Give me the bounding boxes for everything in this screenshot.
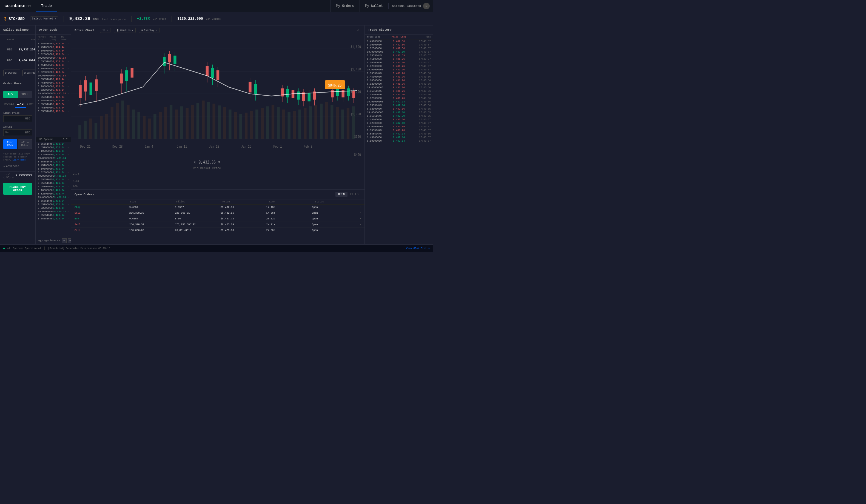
open-order-row: Sell 100,000.00 76,831.8912 $9,429.08 2m… [71, 228, 365, 233]
trade-time: 17:40:56 [409, 104, 431, 107]
bid-row[interactable]: 1.45100000 9,431.54 - [36, 164, 71, 167]
place-order-button[interactable]: PLACE BUY ORDER [3, 183, 32, 195]
bid-row[interactable]: 0.85851645 9,431.04 - [36, 181, 71, 185]
order-price: $9,427.72 [221, 217, 266, 220]
svg-text:Jan 4: Jan 4 [145, 145, 153, 149]
order-filled: 175,250.888192 [175, 223, 221, 226]
bid-row[interactable]: 19.00000000 9,430.64 - [36, 195, 71, 199]
ask-row[interactable]: 1.45100000 9,432.64 - [36, 106, 71, 110]
bid-row[interactable]: 0.85851645 9,429.94 - [36, 217, 71, 221]
bid-row[interactable]: 0.85851645 9,430.54 - [36, 199, 71, 203]
agg-increase-button[interactable]: + [68, 238, 71, 243]
bid-row[interactable]: 0.02000000 9,431.34 - [36, 171, 71, 174]
chart-candles-control[interactable]: ▐▌ Candles ▾ [114, 28, 136, 33]
cancel-order-button[interactable]: × [360, 212, 361, 214]
price-currency: USD [93, 18, 99, 21]
bid-row[interactable]: 1.45100000 9,430.94 - [36, 185, 71, 189]
maker-note: Your order will only execute as a maker … [0, 151, 35, 163]
bid-row[interactable]: 0.02000000 9,430.34 - [36, 206, 71, 210]
aggregation-controls: − + [62, 238, 71, 243]
bid-row[interactable]: 0.10000000 9,431.94 - [36, 149, 71, 153]
ask-row[interactable]: 19.00000000 9,433.54 - [36, 74, 71, 78]
ask-row[interactable]: 0.10000000 9,433.74 - [36, 67, 71, 70]
svg-rect-73 [120, 74, 122, 83]
cancel-order-button[interactable]: × [360, 229, 361, 232]
ask-row[interactable]: 0.10000000 9,434.34 - [36, 49, 71, 53]
ask-row[interactable]: 1.45100000 9,433.94 - [36, 63, 71, 67]
chart-overlay-control[interactable]: ≋ Overlay ▾ [139, 28, 159, 33]
chart-interval-control[interactable]: 1M ▾ [100, 28, 110, 33]
ask-row[interactable]: 1.45100000 9,434.44 - [36, 45, 71, 49]
bid-row[interactable]: 0.02000000 9,430.74 - [36, 192, 71, 195]
buy-tab[interactable]: BUY [3, 91, 18, 98]
trade-price: 9,432.36 [388, 47, 410, 50]
fills-tab[interactable]: FILLS [347, 192, 361, 197]
allow-maker-button[interactable]: Allow Maker [18, 139, 32, 149]
ask-row[interactable]: 0.85851645 9,432.94 - [36, 95, 71, 99]
ask-row[interactable]: 0.85851645 9,434.54 - [36, 42, 71, 45]
last-trade-price-area: 9,432.36 USD Last trade price [69, 16, 126, 21]
bid-row[interactable]: 0.85851645 9,431.14 - [36, 178, 71, 181]
post-only-button[interactable]: Post Only [3, 139, 17, 149]
deposit-button[interactable]: ⊕ DEPOSIT [3, 70, 20, 76]
amount-input[interactable]: 0.00 [11, 130, 24, 136]
market-order-tab[interactable]: MARKET [3, 101, 15, 108]
advanced-toggle[interactable]: ∨ Advanced [0, 163, 35, 170]
ask-row[interactable]: 19.00000000 9,433.04 - [36, 92, 71, 95]
bid-row[interactable]: 0.85851645 9,431.64 - [36, 160, 71, 164]
svg-rect-13 [84, 121, 87, 139]
bid-size: 0.10000000 [38, 168, 53, 170]
bid-row[interactable]: 0.10000000 9,431.44 - [36, 167, 71, 171]
ask-row[interactable]: 0.02000000 9,433.24 - [36, 53, 71, 56]
svg-rect-35 [202, 101, 204, 139]
svg-rect-15 [95, 123, 97, 138]
ask-row[interactable]: 0.85851645 9,433.44 - [36, 78, 71, 81]
nav-trade-link[interactable]: Trade [36, 0, 57, 12]
bid-row[interactable]: 0.02000000 9,431.84 - [36, 153, 71, 156]
ask-row[interactable]: 0.02000000 9,433.64 - [36, 70, 71, 74]
trade-size: 1.45100000 [367, 58, 388, 60]
market-price: 9,432.36 [69, 16, 90, 21]
svg-text:Mid Market Price: Mid Market Price [193, 166, 221, 170]
bid-row[interactable]: 19.00000000 9,431.74 - [36, 156, 71, 160]
ask-row[interactable]: 0.85851645 9,432.54 - [36, 110, 71, 113]
nav-my-orders[interactable]: My Orders [331, 0, 359, 12]
bid-row[interactable]: 1.45100000 9,432.04 - [36, 146, 71, 149]
cancel-order-button[interactable]: × [360, 223, 361, 226]
agg-decrease-button[interactable]: − [62, 238, 67, 243]
gdax-status-link[interactable]: View GDAX Status [406, 247, 430, 250]
trade-time: 17:40:56 [409, 90, 431, 92]
cancel-order-button[interactable]: × [360, 206, 361, 209]
withdraw-button[interactable]: ⊙ WITHDRAW [22, 70, 36, 76]
learn-more-link[interactable]: Learn more [13, 159, 26, 161]
bid-row[interactable]: 0.85851645 9,432.14 - [36, 142, 71, 146]
ask-row[interactable]: 0.85851645 9,434.04 - [36, 60, 71, 63]
ask-row[interactable]: 0.02000000 9,433.14 - [36, 88, 71, 92]
ask-row[interactable]: 1.45100000 9,433.34 - [36, 81, 71, 85]
bid-row[interactable]: 0.85851645 9,430.14 - [36, 213, 71, 217]
stop-order-tab[interactable]: STOP [26, 101, 34, 108]
svg-rect-89 [216, 70, 219, 80]
limit-price-input[interactable]: 0.00 [3, 115, 24, 122]
bid-row[interactable]: 19.00000000 9,430.24 - [36, 210, 71, 213]
ask-row[interactable]: 0.85851645 9,432.74 - [36, 102, 71, 106]
svg-rect-43 [245, 113, 247, 138]
bid-my-size: - [64, 182, 69, 184]
ask-my-size: - [64, 78, 69, 81]
bid-row[interactable]: 0.10000000 9,430.84 - [36, 189, 71, 192]
bid-row[interactable]: 19.00000000 9,431.24 - [36, 174, 71, 178]
status-text: All Systems Operational [7, 247, 41, 250]
limit-order-tab[interactable]: LIMIT [15, 101, 26, 108]
sell-tab[interactable]: SELL [18, 91, 32, 98]
ask-row[interactable]: 0.10000000 9,433.24 - [36, 85, 71, 88]
order-filled: 9.6557 [175, 206, 221, 209]
cancel-order-button[interactable]: × [360, 217, 361, 220]
nav-my-wallet[interactable]: My Wallet [359, 0, 389, 12]
chart-expand-button[interactable]: ⤢ [355, 28, 361, 33]
bid-row[interactable]: 1.45100000 9,430.44 - [36, 203, 71, 206]
open-orders-tab[interactable]: OPEN [335, 192, 347, 197]
ask-row[interactable]: 0.85851645 9,432.84 - [36, 99, 71, 102]
bid-size: 19.00000000 [38, 157, 54, 160]
ask-row[interactable]: 19.00000000 9,433.14 - [36, 56, 71, 60]
select-market-button[interactable]: Select Market ▾ [30, 16, 58, 21]
